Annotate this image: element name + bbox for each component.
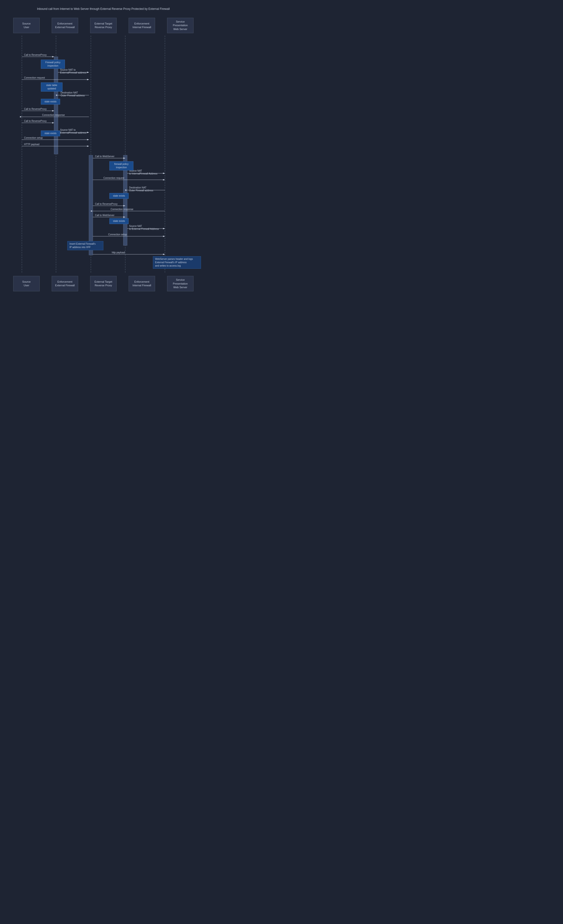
participants-top: SourceUser EnforcementExternal Firewall …	[0, 18, 207, 33]
svg-text:http payload: http payload	[112, 251, 125, 254]
sequence-area: Call to ReverseProxy Source NAT to Exter…	[0, 36, 207, 273]
svg-text:Connection setup: Connection setup	[24, 136, 43, 139]
svg-text:Source NAT to: Source NAT to	[60, 129, 76, 131]
svg-text:Destination NAT: Destination NAT	[61, 92, 78, 94]
svg-text:Connection request: Connection request	[24, 76, 45, 79]
svg-rect-7	[54, 57, 58, 154]
svg-text:Connection response: Connection response	[42, 114, 65, 116]
svg-text:to InternalFirewall Address: to InternalFirewall Address	[129, 172, 158, 175]
participant-web-server-bottom: Service PresentationWeb Server	[167, 276, 194, 291]
svg-text:to External Firewall Address: to External Firewall Address	[129, 228, 159, 230]
participant-ext-firewall: EnforcementExternal Firewall	[52, 18, 78, 33]
svg-rect-8	[89, 155, 93, 255]
svg-text:Source NAT to: Source NAT to	[60, 69, 76, 71]
svg-text:Outer Firewall address: Outer Firewall address	[129, 189, 153, 192]
note-webserver-log: WebServer parses header and logsExternal…	[153, 256, 201, 269]
svg-text:Call to WebServer: Call to WebServer	[95, 214, 115, 217]
svg-text:Connection request: Connection request	[104, 177, 124, 179]
svg-text:Connection response: Connection response	[111, 208, 134, 211]
note-xff: Insert External Firewall'sIP address int…	[67, 241, 104, 250]
note-firewall-policy-1: Firewall policyinspection	[41, 60, 65, 69]
note-state-exists-4: state exists	[110, 218, 129, 224]
svg-text:Connection setup: Connection setup	[108, 233, 127, 236]
note-firewall-policy-2: firewall policyinspection	[110, 161, 134, 170]
svg-text:HTTP payload: HTTP payload	[24, 143, 39, 146]
sequence-svg: Call to ReverseProxy Source NAT to Exter…	[0, 36, 207, 273]
svg-text:Destination NAT: Destination NAT	[129, 186, 146, 189]
participant-rev-proxy-bottom: External TargetReverse Proxy	[90, 276, 117, 291]
note-state-table: state tableupdated	[41, 82, 63, 92]
svg-text:Call to ReverseProxy: Call to ReverseProxy	[95, 202, 117, 205]
svg-text:Call to WebServer: Call to WebServer	[95, 155, 115, 158]
participants-bottom: SourceUser EnforcementExternal Firewall …	[0, 276, 207, 291]
svg-text:Call to ReverseProxy: Call to ReverseProxy	[24, 108, 47, 110]
participant-int-firewall-bottom: EnforcementInternal Firewall	[129, 276, 155, 291]
diagram-title: Inbound call from Internet to Web Server…	[0, 5, 207, 10]
participant-web-server: Service PresentationWeb Server	[167, 18, 194, 33]
note-state-exists-3: state exists	[110, 193, 129, 199]
note-state-exists-1: state exists	[41, 99, 60, 105]
svg-text:Call to ReverseProxy: Call to ReverseProxy	[24, 54, 47, 56]
svg-text:Source NAT: Source NAT	[129, 225, 142, 227]
participant-rev-proxy: External TargetReverse Proxy	[90, 18, 117, 33]
participant-int-firewall: EnforcementInternal Firewall	[129, 18, 155, 33]
note-state-exists-2: state exists	[41, 130, 60, 136]
svg-text:Call to ReverseProxy: Call to ReverseProxy	[24, 120, 47, 122]
diagram-container: Inbound call from Internet to Web Server…	[0, 0, 207, 298]
svg-text:ExternalFirewall address: ExternalFirewall address	[60, 132, 87, 134]
participant-source-user-bottom: SourceUser	[13, 276, 40, 291]
svg-text:ExternalFirewall address: ExternalFirewall address	[60, 71, 87, 74]
participant-source-user: SourceUser	[13, 18, 40, 33]
svg-text:Outer Firewall address: Outer Firewall address	[61, 94, 85, 97]
participant-ext-firewall-bottom: EnforcementExternal Firewall	[52, 276, 78, 291]
